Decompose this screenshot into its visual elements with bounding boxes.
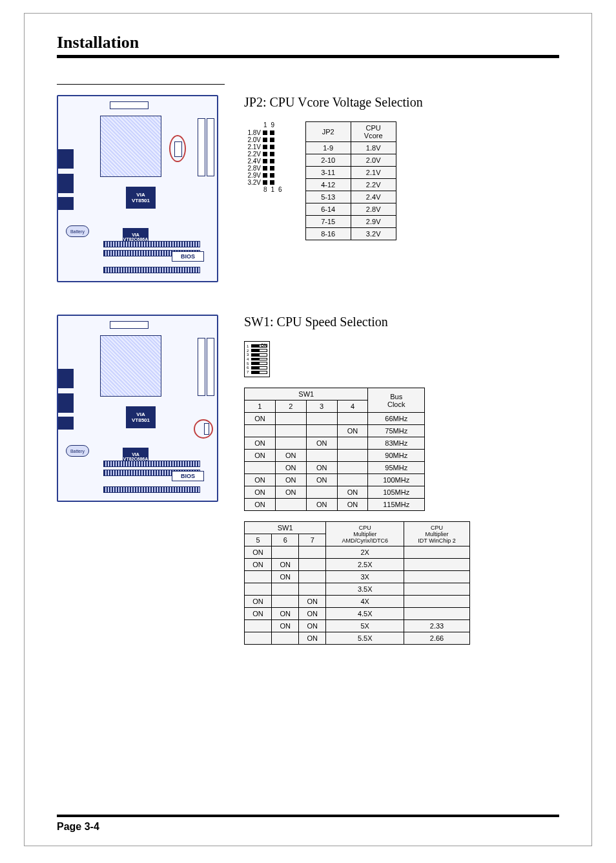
- jp2-right-col: JP2: CPU Vcore Voltage Selection 19 1.8V…: [244, 95, 559, 282]
- table-cell: ON: [245, 559, 272, 571]
- jp2-diagram-row: 2.1V: [244, 143, 286, 151]
- table-cell: [306, 450, 337, 462]
- dip-number: 4: [247, 357, 249, 361]
- connector-top: [110, 321, 149, 329]
- table-cell: 2X: [326, 546, 404, 559]
- table-cell: ON: [245, 596, 272, 608]
- table-row: 7-152.9V: [305, 216, 396, 228]
- port: [58, 393, 74, 413]
- table-row: ON66MHz: [245, 413, 425, 425]
- table-cell: 4-12: [305, 179, 351, 191]
- table-cell: 2-10: [305, 154, 351, 167]
- sw1b-col-header: 5: [245, 534, 272, 546]
- dip-switch-icon: [251, 349, 267, 352]
- table-cell: [299, 546, 326, 559]
- table-cell: ON: [272, 571, 299, 583]
- table-cell: ON: [275, 450, 306, 462]
- bios-chip: BIOS: [172, 251, 204, 262]
- table-cell: ON: [245, 437, 276, 450]
- table-row: ON75MHz: [245, 425, 425, 437]
- motherboard-diagram-sw1: VIA VT8501 VIA VT82C686A Battery BIOS: [57, 315, 218, 502]
- sw1b-mult2-header: CPU Multiplier IDT WinChip 2: [404, 522, 470, 546]
- table-cell: [404, 559, 470, 571]
- table-cell: ON: [337, 425, 368, 437]
- sub-rule: [57, 84, 225, 85]
- table-row: 2-102.0V: [305, 154, 396, 167]
- table-cell: 4X: [326, 596, 404, 608]
- table-cell: [337, 437, 368, 450]
- dip-number: 1: [247, 344, 249, 348]
- table-cell: 2.1V: [351, 167, 396, 179]
- table-row: ONON2.5X: [245, 559, 470, 571]
- dip-switch-icon: [251, 366, 267, 369]
- table-cell: [275, 437, 306, 450]
- table-cell: [299, 559, 326, 571]
- table-cell: [275, 425, 306, 437]
- table-cell: [245, 462, 276, 474]
- sw1a-bus-header: Bus Clock: [368, 388, 425, 413]
- sw1b-group-header: SW1: [245, 522, 326, 534]
- table-row: ONONON4.5X: [245, 608, 470, 620]
- table-row: ONON5X2.33: [245, 620, 470, 632]
- table-row: ON3X: [245, 571, 470, 583]
- table-cell: 3.2V: [351, 228, 396, 240]
- table-row: 3.5X: [245, 583, 470, 596]
- jp2-diagram-row: 2.9V: [244, 172, 286, 179]
- table-cell: [272, 632, 299, 645]
- table-row: 5-132.4V: [305, 191, 396, 203]
- table-row: ONON4X: [245, 596, 470, 608]
- sw1a-group-header: SW1: [245, 388, 368, 400]
- table-cell: [306, 486, 337, 499]
- port: [58, 369, 74, 388]
- jp2-col-header: CPU Vcore: [351, 122, 396, 142]
- table-cell: 1-9: [305, 142, 351, 154]
- table-cell: [337, 474, 368, 486]
- jp2-diagram-row: 3.2V: [244, 179, 286, 186]
- table-cell: 2.4V: [351, 191, 396, 203]
- sw1-multiplier-table: SW1 CPU Multiplier AMD/Cyrix/IDTC6 CPU M…: [244, 521, 470, 645]
- table-row: 3-112.1V: [305, 167, 396, 179]
- table-cell: ON: [306, 499, 337, 511]
- table-cell: [404, 583, 470, 596]
- jp2-table: JP2 CPU Vcore 1-91.8V2-102.0V3-112.1V4-1…: [305, 121, 396, 240]
- table-cell: ON: [275, 486, 306, 499]
- table-cell: [275, 413, 306, 425]
- table-cell: [337, 450, 368, 462]
- jp2-content-row: 19 1.8V2.0V2.1V2.2V2.4V2.8V2.9V3.2V 816 …: [244, 121, 559, 240]
- table-cell: [245, 632, 272, 645]
- table-cell: ON: [306, 474, 337, 486]
- table-cell: 2.0V: [351, 154, 396, 167]
- port: [58, 174, 74, 193]
- table-cell: ON: [272, 620, 299, 632]
- table-cell: ON: [245, 450, 276, 462]
- jp2-diagram-row: 2.4V: [244, 158, 286, 165]
- northbridge-chip: VIA VT8501: [126, 187, 156, 209]
- table-cell: [275, 499, 306, 511]
- pin-icon: [263, 138, 267, 142]
- table-cell: [245, 571, 272, 583]
- dip-number: 7: [247, 370, 249, 374]
- pin-icon: [263, 173, 267, 178]
- table-row: ON2X: [245, 546, 470, 559]
- pin-icon: [263, 159, 267, 163]
- table-cell: 90MHz: [368, 450, 425, 462]
- jp2-diagram-row: 2.0V: [244, 136, 286, 143]
- connector-top: [110, 101, 149, 109]
- table-row: ON5.5X2.66: [245, 632, 470, 645]
- dimm-slot: [207, 118, 214, 176]
- sw1-bus-clock-table: SW1 Bus Clock 1234 ON66MHzON75MHzONON83M…: [244, 388, 425, 511]
- pin-icon: [270, 173, 274, 178]
- table-cell: ON: [245, 474, 276, 486]
- table-cell: ON: [337, 499, 368, 511]
- table-row: ONON83MHz: [245, 437, 425, 450]
- dip-number: 6: [247, 366, 249, 369]
- voltage-label: 2.0V: [244, 136, 261, 143]
- footer-rule: [57, 815, 559, 817]
- dip-number: 3: [247, 353, 249, 357]
- table-row: ONONON115MHz: [245, 499, 425, 511]
- sw1-right-col: SW1: CPU Speed Selection 1234567 ON SW1 …: [244, 315, 559, 645]
- sw1a-col-header: 4: [337, 400, 368, 413]
- table-cell: [272, 596, 299, 608]
- table-cell: 3X: [326, 571, 404, 583]
- dimm-slot: [198, 118, 205, 176]
